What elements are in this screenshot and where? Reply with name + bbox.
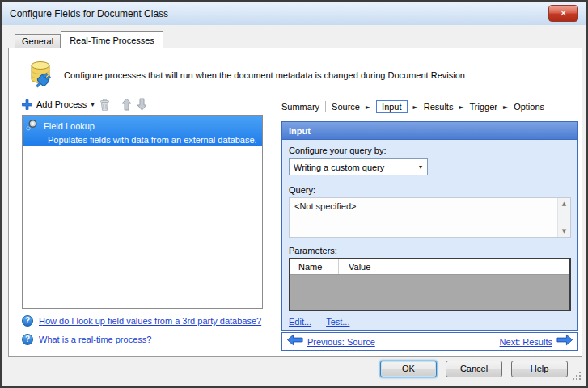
- titlebar[interactable]: Configure Fields for Document Class ✕: [2, 2, 586, 25]
- test-link[interactable]: Test...: [326, 317, 349, 327]
- breadcrumb-separator: [325, 101, 326, 112]
- edit-link[interactable]: Edit...: [289, 317, 311, 327]
- close-icon: ✕: [560, 8, 567, 19]
- resize-grip[interactable]: [572, 372, 581, 381]
- add-process-dropdown-icon: ▾: [91, 101, 94, 108]
- real-time-processes-page: Configure processes that will run when t…: [8, 48, 582, 357]
- query-by-label: Configure your query by:: [289, 146, 571, 155]
- ok-button[interactable]: OK: [380, 361, 437, 377]
- column-header-value[interactable]: Value: [339, 259, 569, 274]
- footer-buttons: OK Cancel Help: [380, 361, 568, 377]
- scroll-down-icon[interactable]: ▼: [562, 228, 566, 234]
- process-toolbar: Add Process ▾: [22, 95, 147, 113]
- help-link-what-is-realtime[interactable]: What is a real-time process?: [39, 335, 151, 344]
- query-by-select[interactable]: Writing a custom query ▾: [289, 158, 428, 175]
- query-label: Query:: [289, 185, 571, 195]
- breadcrumb-arrow-icon: ►: [503, 103, 508, 111]
- next-arrow-icon: [556, 334, 573, 349]
- breadcrumb-trigger[interactable]: Trigger: [470, 102, 497, 112]
- parameters-table-header: Name Value: [290, 259, 569, 275]
- list-item-field-lookup[interactable]: Field Lookup Populates fields with data …: [23, 116, 262, 146]
- tab-general[interactable]: General: [15, 34, 61, 48]
- help-icon: ?: [22, 334, 33, 345]
- breadcrumb-input-current[interactable]: Input: [376, 100, 407, 113]
- window-title: Configure Fields for Document Class: [10, 8, 168, 19]
- parameters-table: Name Value: [289, 258, 571, 311]
- process-title: Field Lookup: [44, 121, 95, 131]
- breadcrumb-results[interactable]: Results: [424, 102, 454, 112]
- previous-arrow-icon: [286, 334, 303, 349]
- plus-icon: [22, 99, 32, 110]
- previous-nav[interactable]: Previous: Source: [286, 334, 375, 349]
- column-header-name[interactable]: Name: [290, 259, 339, 274]
- query-textbox[interactable]: <Not specified> ▲ ▼: [289, 197, 571, 238]
- cancel-button[interactable]: Cancel: [446, 361, 502, 377]
- next-nav[interactable]: Next: Results: [500, 334, 573, 349]
- breadcrumb-arrow-icon: ►: [413, 103, 418, 111]
- parameters-label: Parameters:: [289, 246, 571, 255]
- add-process-button[interactable]: Add Process ▾: [22, 99, 94, 110]
- delete-process-icon[interactable]: [99, 98, 111, 111]
- query-value: <Not specified>: [294, 201, 356, 211]
- tabstrip: General Real-Time Processes: [15, 31, 163, 48]
- move-up-icon[interactable]: [121, 98, 132, 111]
- process-list: Field Lookup Populates fields with data …: [22, 115, 263, 309]
- combo-dropdown-icon: ▾: [414, 163, 427, 171]
- previous-source-link[interactable]: Previous: Source: [307, 337, 375, 347]
- help-icon: ?: [22, 315, 33, 327]
- breadcrumb-arrow-icon: ►: [459, 103, 463, 111]
- help-link-lookup-3rd-party[interactable]: How do I look up field values from a 3rd…: [39, 316, 261, 326]
- input-panel-header: Input: [282, 122, 577, 140]
- database-plug-icon: [27, 58, 58, 94]
- parameters-table-body[interactable]: [290, 275, 569, 310]
- breadcrumb-arrow-icon: ►: [366, 103, 370, 111]
- configure-fields-dialog: Configure Fields for Document Class ✕ Ge…: [0, 0, 588, 388]
- close-button[interactable]: ✕: [548, 5, 578, 22]
- breadcrumb-source[interactable]: Source: [332, 102, 360, 112]
- process-description: Populates fields with data from an exter…: [26, 135, 259, 145]
- step-navigation: Previous: Source Next: Results: [281, 332, 578, 351]
- next-results-link[interactable]: Next: Results: [500, 337, 552, 347]
- query-by-selected-value: Writing a custom query: [294, 162, 384, 172]
- move-down-icon[interactable]: [137, 98, 147, 111]
- add-process-label: Add Process: [36, 99, 87, 109]
- field-lookup-icon: [26, 118, 40, 133]
- input-panel: Input Configure your query by: Writing a…: [281, 121, 578, 331]
- help-link-row-database: ? How do I look up field values from a 3…: [22, 315, 261, 327]
- help-button[interactable]: Help: [511, 361, 568, 377]
- breadcrumb-summary[interactable]: Summary: [281, 102, 319, 112]
- breadcrumb-options[interactable]: Options: [514, 102, 544, 112]
- toolbar-separator: [116, 98, 116, 111]
- intro-description: Configure processes that will run when t…: [64, 70, 465, 80]
- help-link-row-realtime: ? What is a real-time process?: [22, 334, 151, 345]
- tab-real-time-processes[interactable]: Real-Time Processes: [61, 31, 163, 49]
- scroll-up-icon[interactable]: ▲: [562, 200, 566, 207]
- step-breadcrumb: Summary Source ► Input ► Results ► Trigg…: [281, 98, 578, 116]
- parameter-actions: Edit... Test...: [289, 317, 571, 327]
- query-scrollbar[interactable]: ▲ ▼: [557, 198, 570, 237]
